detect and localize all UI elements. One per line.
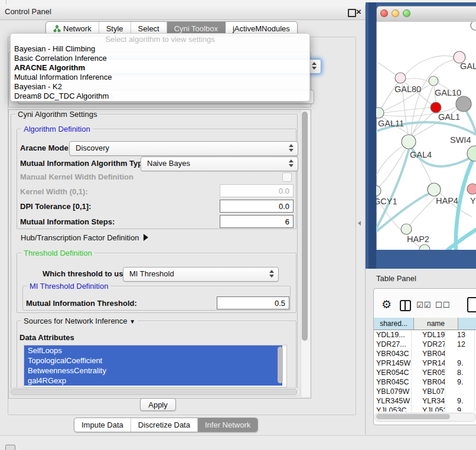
table-row[interactable]: YER054CYER054C8. — [374, 368, 476, 377]
table-cell: YDR27... — [374, 340, 412, 349]
network-node-gal4[interactable] — [402, 135, 416, 149]
attribute-list-item[interactable]: SelfLoops — [24, 345, 282, 356]
column-header[interactable]: shared... — [374, 318, 414, 330]
network-node-label: GAL11 — [378, 119, 404, 128]
attribute-list-item[interactable]: BetweennessCentrality — [24, 366, 282, 376]
table-panel-title: Table Panel — [376, 274, 416, 283]
table-horizontal-scrollbar-thumb[interactable] — [376, 414, 450, 419]
table-cell: YJL053C — [374, 406, 412, 412]
data-attributes-list: SelfLoopsTopologicalCoefficientBetweenne… — [24, 345, 287, 387]
expand-right-icon — [144, 234, 148, 241]
network-node-y[interactable] — [467, 184, 476, 194]
attribute-list-item[interactable]: gal4RGexp — [24, 376, 282, 386]
network-node-hap4[interactable] — [428, 183, 441, 196]
mi-steps-label: Mutual Information Steps: — [20, 217, 115, 227]
table-cell: YPR145W — [374, 358, 412, 368]
network-node-gal11[interactable] — [376, 107, 384, 118]
column-header[interactable]: A — [458, 318, 476, 330]
network-node-label: GAL1 — [438, 112, 460, 122]
network-node-label: GAL10 — [435, 88, 461, 97]
minimized-panel-icon[interactable] — [5, 445, 15, 450]
table-row[interactable]: YLR345WYLR345W9. — [374, 396, 476, 406]
table-cell: 9. — [445, 396, 475, 406]
stepper-arrows-icon — [269, 268, 275, 281]
mi-threshold-label: Mutual Information Threshold: — [26, 299, 137, 308]
dpi-tolerance-field[interactable] — [220, 200, 294, 213]
table-cell: YDL19... — [374, 330, 412, 340]
deselect-all-columns-icon[interactable]: ☐☐ — [435, 301, 450, 309]
network-node[interactable] — [456, 96, 471, 112]
table-cell — [445, 387, 475, 396]
settings-horizontal-scrollbar-thumb[interactable] — [11, 389, 298, 395]
table-settings-gear-icon[interactable]: ⚙ — [382, 298, 392, 311]
table-row[interactable]: YDR27...YDR27...12 — [374, 340, 476, 349]
window-shadow-strip — [369, 2, 376, 269]
kernel-width-field[interactable] — [220, 184, 294, 197]
mi-type-combo[interactable]: Naive Bayes — [141, 156, 298, 171]
control-panel-titlebar — [0, 5, 365, 20]
manual-kernel-checkbox[interactable] — [282, 172, 292, 182]
table-cell: 9 — [445, 406, 475, 412]
table-row[interactable]: YBR045CYBR045C9. — [374, 377, 476, 387]
algorithm-definition-title: Algorithm Definition — [21, 125, 93, 133]
table-row[interactable]: YJL053CYJL053C9 — [374, 406, 476, 412]
select-all-columns-icon[interactable]: ☑☑ — [416, 301, 431, 309]
attribute-list-item[interactable]: TopologicalCoefficient — [24, 356, 282, 366]
mi-steps-field[interactable] — [220, 215, 294, 228]
table-cell: YDL19... — [412, 330, 445, 340]
mi-threshold-title: MI Threshold Definition — [27, 282, 110, 291]
table-cell: 9. — [445, 358, 475, 368]
table-cell: YER054C — [374, 368, 412, 377]
which-threshold-combo[interactable]: MI Threshold — [123, 267, 279, 282]
table-cell: YBL079W — [412, 387, 445, 396]
column-header[interactable]: name — [414, 318, 458, 330]
settings-vertical-scrollbar-thumb[interactable] — [302, 112, 308, 341]
table-row[interactable]: YDL19...YDL19...13 — [374, 330, 476, 340]
stepper-arrows-icon — [312, 60, 317, 73]
network-node[interactable] — [471, 22, 476, 30]
network-graph[interactable]: GAL7GAL80GAL10GAL1GAL11SWI4GAL4GCY1HAP4Y… — [376, 22, 476, 250]
network-node-gal10[interactable] — [429, 76, 438, 86]
which-threshold-label: Which threshold to use: — [43, 269, 130, 279]
aracne-mode-combo[interactable]: Discovery — [69, 141, 298, 156]
attributes-list-scrollbar[interactable] — [278, 347, 283, 383]
table-function-icon[interactable] — [467, 297, 476, 312]
panel-resize-handle[interactable] — [358, 221, 361, 226]
data-attributes-label: Data Attributes — [19, 333, 74, 343]
table-row[interactable]: YBR043CYBR043C — [374, 349, 476, 358]
tab-infer-network[interactable]: Infer Network — [198, 418, 257, 432]
sources-title[interactable]: Sources for Network Inference ▼ — [21, 317, 138, 326]
close-icon[interactable]: × — [356, 6, 361, 17]
hub-definition-expander[interactable]: Hub/Transcription Factor Definition — [21, 233, 148, 243]
tab-label: Impute Data — [81, 418, 123, 432]
network-node-label: HAP4 — [436, 196, 458, 206]
table-cell: 12 — [445, 340, 475, 349]
float-panel-icon[interactable] — [348, 9, 356, 17]
network-node-label: GAL4 — [410, 150, 432, 159]
tab-discretize-data[interactable]: Discretize Data — [131, 418, 198, 432]
mi-threshold-field[interactable] — [217, 296, 289, 309]
algorithm-dropdown-list: Bayesian - Hill ClimbingBasic Correlatio… — [11, 44, 309, 101]
network-tab-icon — [53, 25, 61, 32]
algorithm-option[interactable]: ARACNE Algorithm — [11, 63, 309, 73]
window-close-button[interactable] — [380, 9, 388, 17]
show-columns-icon[interactable] — [400, 300, 411, 311]
algorithm-option[interactable]: Basic Correlation Inference — [11, 54, 309, 63]
network-node[interactable] — [419, 244, 430, 250]
table-row[interactable]: YPR145WYPR145W9. — [374, 358, 476, 368]
algorithm-option[interactable]: Bayesian - K2 — [11, 82, 309, 92]
window-minimize-button[interactable] — [392, 9, 399, 17]
window-zoom-button[interactable] — [403, 9, 410, 17]
table-cell: YLR345W — [374, 396, 412, 406]
table-row[interactable]: YBL079WYBL079W — [374, 387, 476, 396]
network-node-hap2[interactable] — [401, 224, 412, 234]
network-node-gal80[interactable] — [395, 73, 406, 83]
tab-impute-data[interactable]: Impute Data — [74, 418, 131, 432]
apply-button[interactable]: Apply — [140, 398, 176, 411]
algorithm-option[interactable]: Bayesian - Hill Climbing — [11, 44, 309, 54]
network-node-gcy1[interactable] — [376, 185, 381, 196]
algorithm-option[interactable]: Dream8 DC_TDC Algorithm — [11, 92, 309, 101]
algorithm-option[interactable]: Mutual Information Inference — [11, 73, 309, 82]
stepper-arrows-icon — [289, 157, 294, 171]
network-node-gal1[interactable] — [431, 102, 441, 113]
